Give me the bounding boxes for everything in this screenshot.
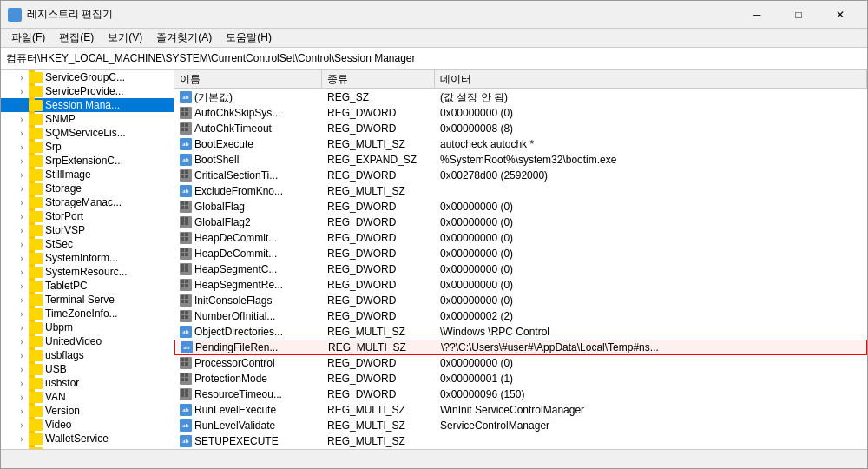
col-header-data[interactable]: 데이터: [435, 70, 867, 88]
sidebar-item[interactable]: ›StorageManac...: [1, 195, 174, 209]
cell-data: 0x00000096 (150): [435, 388, 867, 400]
folder-icon: [29, 169, 43, 181]
folder-icon: [29, 392, 43, 403]
svg-rect-16: [181, 201, 184, 205]
expand-arrow-icon: ›: [15, 73, 29, 83]
table-row[interactable]: HeapSegmentC...REG_DWORD0x00000000 (0): [174, 261, 867, 277]
sidebar-item[interactable]: ›ServiceGroupC...: [1, 70, 174, 84]
table-row[interactable]: CriticalSectionTi...REG_DWORD0x00278d00 …: [174, 168, 867, 183]
sidebar-item-label: usbflags: [45, 349, 84, 361]
reg-dword-icon: [180, 310, 192, 322]
sidebar-item[interactable]: ›Version: [1, 404, 174, 418]
table-row[interactable]: abRunLevelExecuteREG_MULTI_SZWinInit Ser…: [174, 402, 867, 418]
sidebar-item[interactable]: ›SQMServiceLis...: [1, 126, 174, 140]
svg-rect-57: [185, 389, 188, 393]
sidebar: ›ServiceGroupC...›ServiceProvide...›Sess…: [1, 70, 174, 449]
sidebar-item-label: UnitedVideo: [45, 335, 102, 347]
svg-rect-52: [181, 373, 184, 377]
close-button[interactable]: ✕: [820, 2, 860, 28]
cell-name-text: HeapSegmentC...: [194, 263, 277, 275]
sidebar-item[interactable]: ›SNMP: [1, 112, 174, 126]
sidebar-item[interactable]: ›TabletPC: [1, 279, 174, 293]
table-row[interactable]: ProtectionModeREG_DWORD0x00000001 (1): [174, 371, 867, 386]
table-row[interactable]: abSETUPEXECUTEREG_MULTI_SZ: [174, 433, 867, 449]
menu-item[interactable]: 편집(E): [52, 29, 101, 47]
cell-name-text: NumberOfInitial...: [194, 310, 275, 322]
table-row[interactable]: HeapDeCommit...REG_DWORD0x00000000 (0): [174, 230, 867, 246]
cell-name: HeapSegmentRe...: [174, 279, 322, 291]
table-row[interactable]: NumberOfInitial...REG_DWORD0x00000002 (2…: [174, 308, 867, 324]
sidebar-item[interactable]: ›usbflags: [1, 348, 174, 362]
col-header-name[interactable]: 이름: [174, 70, 322, 88]
sidebar-item[interactable]: ›Session Mana...: [1, 98, 174, 112]
table-row[interactable]: InitConsoleFlagsREG_DWORD0x00000000 (0): [174, 293, 867, 308]
expand-arrow-icon: ›: [15, 268, 29, 277]
folder-icon: [29, 114, 43, 125]
cell-name: ResourceTimeou...: [174, 388, 322, 400]
cell-data: ServiceControlManager: [435, 419, 867, 432]
svg-rect-41: [185, 295, 188, 299]
sidebar-item[interactable]: ›usbstor: [1, 376, 174, 390]
menu-item[interactable]: 파일(F): [4, 29, 52, 47]
cell-name-text: (기본값): [194, 90, 233, 105]
cell-name-text: BootExecute: [194, 138, 253, 150]
menu-item[interactable]: 즐겨찾기(A): [149, 29, 219, 47]
table-row[interactable]: abObjectDirectories...REG_MULTI_SZ\Windo…: [174, 324, 867, 340]
cell-type: REG_SZ: [322, 91, 435, 103]
table-row[interactable]: ResourceTimeou...REG_DWORD0x00000096 (15…: [174, 386, 867, 402]
maximize-button[interactable]: □: [779, 2, 819, 28]
table-body: ab(기본값)REG_SZ(값 설정 안 됨)AutoChkSkipSys...…: [174, 89, 867, 449]
table-row[interactable]: abPendingFileRen...REG_MULTI_SZ\??\C:\Us…: [174, 340, 867, 355]
sidebar-item[interactable]: ›VAN: [1, 390, 174, 404]
table-row[interactable]: GlobalFlagREG_DWORD0x00000000 (0): [174, 199, 867, 215]
col-header-type[interactable]: 종류: [322, 70, 435, 88]
sidebar-item[interactable]: ›WalletService: [1, 432, 174, 446]
table-row[interactable]: ProcessorControlREG_DWORD0x00000000 (0): [174, 355, 867, 371]
sidebar-item[interactable]: ›TimeZoneInfo...: [1, 307, 174, 320]
table-row[interactable]: abExcludeFromKno...REG_MULTI_SZ: [174, 183, 867, 199]
cell-name-text: RunLevelValidate: [194, 419, 275, 432]
sidebar-item-label: ServiceGroupC...: [45, 71, 125, 83]
menu-item[interactable]: 도움말(H): [219, 29, 279, 47]
menu-item[interactable]: 보기(V): [101, 29, 149, 47]
sidebar-item[interactable]: ›Terminal Serve: [1, 293, 174, 307]
svg-rect-13: [185, 170, 188, 174]
table-row[interactable]: AutoChkTimeoutREG_DWORD0x00000008 (8): [174, 121, 867, 136]
folder-icon: [29, 406, 43, 417]
cell-data: 0x00000000 (0): [435, 294, 867, 307]
sidebar-item[interactable]: ›ServiceProvide...: [1, 84, 174, 98]
sidebar-item[interactable]: ›SystemResourc...: [1, 265, 174, 279]
sidebar-item[interactable]: ›StorPort: [1, 209, 174, 223]
table-row[interactable]: abRunLevelValidateREG_MULTI_SZServiceCon…: [174, 418, 867, 433]
sidebar-item-label: Session Mana...: [45, 99, 120, 111]
sidebar-item[interactable]: ›UnitedVideo: [1, 334, 174, 348]
table-row[interactable]: GlobalFlag2REG_DWORD0x00000000 (0): [174, 215, 867, 230]
sidebar-item[interactable]: ›USB: [1, 362, 174, 376]
cell-data: autocheck autochk *: [435, 138, 867, 150]
table-row[interactable]: abBootShellREG_EXPAND_SZ%SystemRoot%\sys…: [174, 152, 867, 168]
table-row[interactable]: ab(기본값)REG_SZ(값 설정 안 됨): [174, 89, 867, 105]
sidebar-item[interactable]: ›Srp: [1, 140, 174, 154]
cell-type: REG_DWORD: [322, 216, 435, 228]
sidebar-item[interactable]: ›Video: [1, 418, 174, 432]
svg-rect-3: [16, 16, 20, 20]
cell-name-text: GlobalFlag2: [194, 216, 251, 228]
sidebar-item[interactable]: ›Ubpm: [1, 320, 174, 334]
cell-data: (값 설정 안 됨): [435, 90, 867, 105]
sidebar-item[interactable]: ›SrpExtensionC...: [1, 154, 174, 168]
sidebar-item[interactable]: ›SystemInform...: [1, 251, 174, 265]
sidebar-item[interactable]: ›StorVSP: [1, 223, 174, 237]
table-row[interactable]: HeapDeCommit...REG_DWORD0x00000000 (0): [174, 246, 867, 261]
minimize-button[interactable]: ─: [737, 2, 777, 28]
folder-icon: [29, 281, 43, 292]
expand-arrow-icon: ›: [15, 295, 29, 305]
registry-editor-window: 레지스트리 편집기 ─ □ ✕ 파일(F)편집(E)보기(V)즐겨찾기(A)도움…: [0, 0, 868, 469]
expand-arrow-icon: ›: [15, 226, 29, 235]
sidebar-item[interactable]: ›StillImage: [1, 168, 174, 182]
sidebar-item[interactable]: ›Storage: [1, 182, 174, 195]
table-row[interactable]: HeapSegmentRe...REG_DWORD0x00000000 (0): [174, 277, 867, 293]
table-row[interactable]: abBootExecuteREG_MULTI_SZautocheck autoc…: [174, 136, 867, 152]
cell-name: abBootExecute: [174, 138, 322, 150]
table-row[interactable]: AutoChkSkipSys...REG_DWORD0x00000000 (0): [174, 105, 867, 121]
sidebar-item[interactable]: ›StSec: [1, 237, 174, 251]
